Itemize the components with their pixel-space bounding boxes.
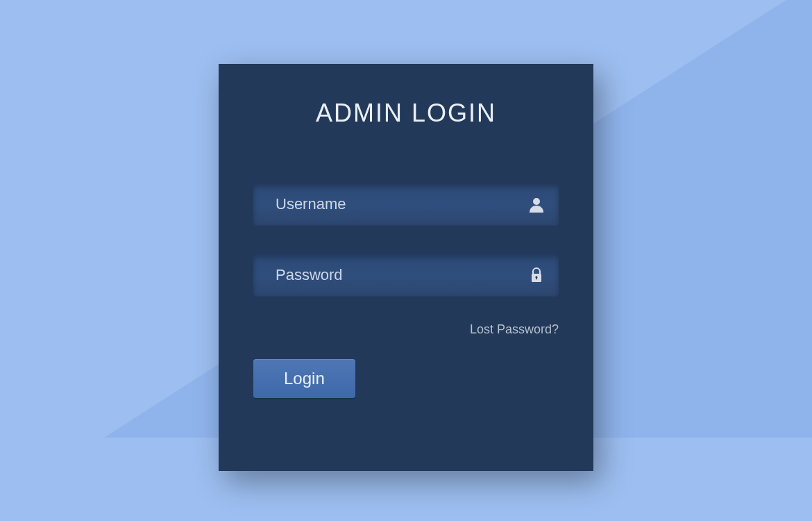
password-input[interactable]: [253, 254, 559, 296]
page-title: ADMIN LOGIN: [219, 99, 593, 128]
login-button[interactable]: Login: [253, 359, 355, 398]
login-card: ADMIN LOGIN Lost Password: [219, 64, 593, 471]
svg-rect-3: [536, 277, 537, 279]
login-form: Lost Password? Login: [219, 183, 593, 398]
lost-password-link[interactable]: Lost Password?: [253, 322, 559, 337]
password-field-wrap: [253, 254, 559, 296]
username-input[interactable]: [253, 183, 559, 225]
lock-icon: [528, 267, 545, 283]
username-field-wrap: [253, 183, 559, 225]
user-icon: [528, 196, 545, 213]
svg-point-0: [533, 198, 540, 205]
